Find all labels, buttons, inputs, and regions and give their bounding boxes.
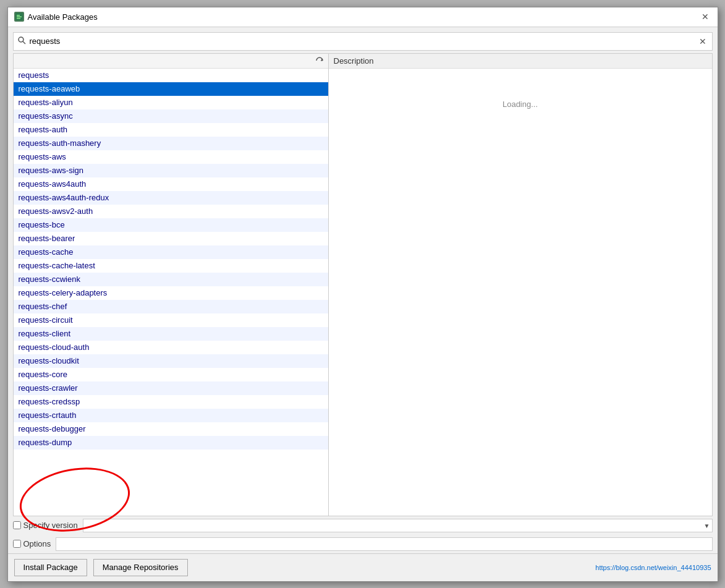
description-label: Description bbox=[334, 56, 374, 66]
footer: Install Package Manage Repositories http… bbox=[8, 553, 718, 581]
list-item[interactable]: requests-dump bbox=[14, 436, 328, 450]
list-item[interactable]: requests-credssp bbox=[14, 395, 328, 409]
list-item[interactable]: requests-circuit bbox=[14, 313, 328, 327]
list-item[interactable]: requests-bce bbox=[14, 218, 328, 232]
list-item[interactable]: requests-cache-latest bbox=[14, 259, 328, 273]
options-row: Options bbox=[13, 537, 713, 551]
list-item[interactable]: requests-aeaweb bbox=[14, 82, 328, 96]
search-bar: ✕ bbox=[13, 32, 713, 51]
svg-rect-2 bbox=[17, 17, 22, 18]
svg-line-5 bbox=[23, 41, 25, 44]
package-list[interactable]: requestsrequests-aeawebrequests-aliyunre… bbox=[14, 69, 328, 516]
list-item[interactable]: requests-bearer bbox=[14, 232, 328, 245]
refresh-button[interactable] bbox=[313, 55, 326, 66]
list-item[interactable]: requests-crtauth bbox=[14, 409, 328, 422]
version-select-wrapper: ▼ bbox=[83, 519, 713, 532]
options-panel: Specify version ▼ Options bbox=[13, 519, 713, 551]
list-item[interactable]: requests-chef bbox=[14, 300, 328, 313]
title-bar: Available Packages ✕ bbox=[8, 7, 718, 27]
list-item[interactable]: requests-auth bbox=[14, 123, 328, 137]
svg-rect-1 bbox=[17, 15, 20, 16]
manage-repositories-button[interactable]: Manage Repositories bbox=[93, 559, 188, 576]
install-package-button[interactable]: Install Package bbox=[14, 559, 87, 576]
svg-point-4 bbox=[19, 37, 23, 42]
list-item[interactable]: requests-celery-adapters bbox=[14, 286, 328, 300]
list-item[interactable]: requests-aws bbox=[14, 150, 328, 164]
clear-search-button[interactable]: ✕ bbox=[697, 36, 708, 47]
list-item[interactable]: requests-client bbox=[14, 327, 328, 341]
close-button[interactable]: ✕ bbox=[699, 11, 711, 23]
main-content: requestsrequests-aeawebrequests-aliyunre… bbox=[13, 53, 713, 516]
options-label: Options bbox=[13, 539, 51, 548]
list-item[interactable]: requests-awsv2-auth bbox=[14, 205, 328, 218]
list-item[interactable]: requests-cloud-auth bbox=[14, 341, 328, 354]
list-item[interactable]: requests-cache bbox=[14, 245, 328, 259]
loading-text: Loading... bbox=[502, 100, 538, 109]
list-item[interactable]: requests-auth-mashery bbox=[14, 137, 328, 150]
description-header: Description bbox=[329, 54, 712, 69]
options-input[interactable] bbox=[56, 537, 712, 551]
list-item[interactable]: requests-async bbox=[14, 109, 328, 123]
list-item[interactable]: requests-aws4auth bbox=[14, 177, 328, 191]
footer-link[interactable]: https://blog.csdn.net/weixin_44410935 bbox=[595, 564, 711, 571]
footer-buttons: Install Package Manage Repositories bbox=[14, 559, 188, 576]
title-bar-left: Available Packages bbox=[14, 12, 98, 22]
list-item[interactable]: requests-cloudkit bbox=[14, 354, 328, 368]
list-item[interactable]: requests-aws4auth-redux bbox=[14, 191, 328, 205]
specify-version-label: Specify version bbox=[13, 521, 78, 530]
app-icon bbox=[14, 12, 24, 22]
search-input[interactable] bbox=[30, 36, 693, 46]
list-item[interactable]: requests-debugger bbox=[14, 422, 328, 436]
specify-version-checkbox[interactable] bbox=[13, 521, 21, 529]
options-text: Options bbox=[23, 539, 51, 548]
list-item[interactable]: requests-crawler bbox=[14, 381, 328, 395]
svg-rect-3 bbox=[17, 18, 20, 19]
dialog-title: Available Packages bbox=[28, 12, 98, 22]
list-toolbar bbox=[14, 54, 328, 69]
list-item[interactable]: requests-aliyun bbox=[14, 96, 328, 109]
description-body: Loading... bbox=[329, 69, 712, 516]
specify-version-text: Specify version bbox=[23, 521, 78, 530]
options-checkbox[interactable] bbox=[13, 540, 21, 548]
list-item[interactable]: requests-ccwienk bbox=[14, 273, 328, 286]
available-packages-dialog: Available Packages ✕ ✕ bbox=[7, 7, 718, 582]
description-panel: Description Loading... bbox=[329, 54, 712, 516]
specify-version-row: Specify version ▼ bbox=[13, 519, 713, 532]
search-icon bbox=[17, 36, 26, 46]
list-item[interactable]: requests bbox=[14, 69, 328, 82]
list-item[interactable]: requests-core bbox=[14, 368, 328, 381]
version-select[interactable] bbox=[83, 519, 713, 532]
list-item[interactable]: requests-aws-sign bbox=[14, 164, 328, 177]
package-list-panel: requestsrequests-aeawebrequests-aliyunre… bbox=[14, 54, 329, 516]
